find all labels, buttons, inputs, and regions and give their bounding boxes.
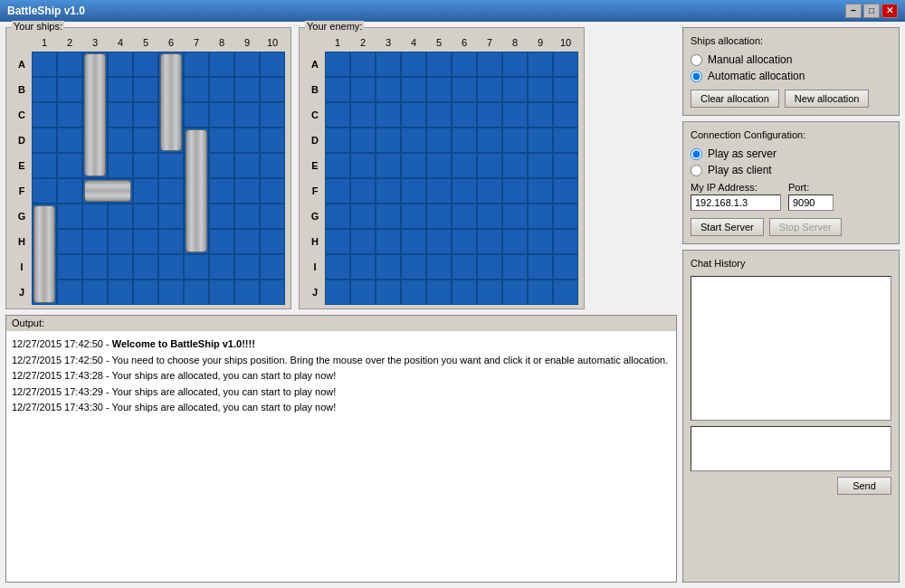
cell-B9[interactable]	[528, 77, 553, 102]
cell-A2[interactable]	[57, 52, 82, 77]
cell-B1[interactable]	[32, 77, 57, 102]
maximize-button[interactable]: □	[863, 4, 880, 18]
cell-I9[interactable]	[528, 254, 553, 280]
cell-C8[interactable]	[502, 102, 528, 128]
cell-H1[interactable]	[325, 229, 350, 254]
cell-D1[interactable]	[32, 128, 57, 153]
cell-B5[interactable]	[133, 77, 158, 102]
cell-C1[interactable]	[325, 102, 350, 128]
cell-G1[interactable]	[325, 204, 350, 229]
cell-D2[interactable]	[57, 128, 82, 153]
cell-G8[interactable]	[502, 204, 528, 229]
cell-G3[interactable]	[82, 204, 108, 229]
cell-G9[interactable]	[528, 204, 553, 229]
cell-G9[interactable]	[234, 204, 260, 229]
cell-H8[interactable]	[502, 229, 528, 254]
cell-E8[interactable]	[209, 153, 234, 178]
cell-D5[interactable]	[133, 128, 158, 153]
cell-H2[interactable]	[350, 229, 376, 254]
cell-H9[interactable]	[234, 229, 260, 254]
cell-C4[interactable]	[401, 102, 426, 128]
cell-A9[interactable]	[234, 52, 260, 77]
cell-E8[interactable]	[502, 153, 528, 178]
cell-E9[interactable]	[528, 153, 553, 178]
cell-E2[interactable]	[350, 153, 376, 178]
cell-F5[interactable]	[426, 178, 452, 204]
cell-A1[interactable]	[325, 52, 350, 77]
cell-H4[interactable]	[401, 229, 426, 254]
cell-D6[interactable]	[452, 128, 477, 153]
cell-C10[interactable]	[553, 102, 578, 128]
cell-F6[interactable]	[452, 178, 477, 204]
cell-I6[interactable]	[158, 254, 184, 280]
cell-J2[interactable]	[350, 280, 376, 305]
cell-E7[interactable]	[477, 153, 502, 178]
cell-D5[interactable]	[426, 128, 452, 153]
cell-G2[interactable]	[57, 204, 82, 229]
start-server-button[interactable]: Start Server	[691, 218, 764, 236]
cell-I9[interactable]	[234, 254, 260, 280]
cell-G7[interactable]	[477, 204, 502, 229]
cell-G3[interactable]	[376, 204, 401, 229]
cell-F10[interactable]	[553, 178, 578, 204]
cell-B8[interactable]	[209, 77, 234, 102]
cell-G8[interactable]	[209, 204, 234, 229]
cell-C9[interactable]	[234, 102, 260, 128]
cell-H4[interactable]	[108, 229, 133, 254]
send-button[interactable]: Send	[837, 477, 891, 495]
cell-E5[interactable]	[133, 153, 158, 178]
cell-I3[interactable]	[82, 254, 108, 280]
cell-C7[interactable]	[184, 102, 209, 128]
cell-G5[interactable]	[426, 204, 452, 229]
cell-C5[interactable]	[133, 102, 158, 128]
cell-D9[interactable]	[528, 128, 553, 153]
cell-G2[interactable]	[350, 204, 376, 229]
play-as-client-radio[interactable]	[691, 165, 702, 176]
cell-E6[interactable]	[158, 153, 184, 178]
cell-I5[interactable]	[426, 254, 452, 280]
cell-J3[interactable]	[82, 280, 108, 305]
cell-B3[interactable]	[376, 77, 401, 102]
cell-C5[interactable]	[426, 102, 452, 128]
cell-J8[interactable]	[209, 280, 234, 305]
cell-G4[interactable]	[108, 204, 133, 229]
cell-D10[interactable]	[553, 128, 578, 153]
minimize-button[interactable]: –	[845, 4, 862, 18]
cell-H8[interactable]	[209, 229, 234, 254]
cell-C1[interactable]	[32, 102, 57, 128]
cell-A1[interactable]	[32, 52, 57, 77]
cell-B2[interactable]	[350, 77, 376, 102]
cell-H5[interactable]	[133, 229, 158, 254]
cell-D4[interactable]	[401, 128, 426, 153]
cell-G10[interactable]	[260, 204, 285, 229]
cell-J3[interactable]	[376, 280, 401, 305]
cell-E6[interactable]	[452, 153, 477, 178]
cell-I8[interactable]	[502, 254, 528, 280]
cell-I3[interactable]	[376, 254, 401, 280]
cell-C9[interactable]	[528, 102, 553, 128]
cell-F9[interactable]	[528, 178, 553, 204]
cell-A8[interactable]	[502, 52, 528, 77]
cell-B6[interactable]	[452, 77, 477, 102]
cell-F2[interactable]	[57, 178, 82, 204]
cell-D4[interactable]	[108, 128, 133, 153]
cell-E3[interactable]	[376, 153, 401, 178]
cell-A9[interactable]	[528, 52, 553, 77]
cell-B5[interactable]	[426, 77, 452, 102]
chat-input[interactable]	[691, 426, 891, 471]
port-input[interactable]	[788, 194, 834, 211]
manual-allocation-radio[interactable]	[691, 54, 702, 66]
cell-C2[interactable]	[350, 102, 376, 128]
cell-G4[interactable]	[401, 204, 426, 229]
cell-J9[interactable]	[528, 280, 553, 305]
cell-J7[interactable]	[184, 280, 209, 305]
cell-A5[interactable]	[426, 52, 452, 77]
cell-F1[interactable]	[32, 178, 57, 204]
cell-B4[interactable]	[401, 77, 426, 102]
cell-I7[interactable]	[184, 254, 209, 280]
cell-A4[interactable]	[108, 52, 133, 77]
cell-J6[interactable]	[452, 280, 477, 305]
cell-D8[interactable]	[209, 128, 234, 153]
cell-C3[interactable]	[376, 102, 401, 128]
cell-A7[interactable]	[477, 52, 502, 77]
